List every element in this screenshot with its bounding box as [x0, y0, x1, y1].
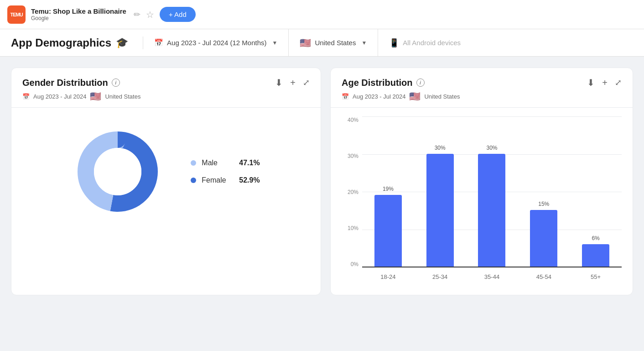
y-label-0: 0% [351, 261, 358, 267]
star-icon[interactable]: ☆ [146, 9, 154, 20]
y-axis: 40% 30% 20% 10% 0% [342, 117, 362, 267]
female-value: 52.9% [239, 176, 260, 184]
bar-group-55plus: 6% [570, 117, 622, 267]
gender-cal-icon: 📅 [22, 93, 30, 100]
age-card-subtitle: 📅 Aug 2023 - Jul 2024 🇺🇸 United States [342, 91, 622, 102]
gender-flag-icon: 🇺🇸 [90, 91, 101, 102]
age-info-icon[interactable]: i [416, 79, 425, 87]
bar-label-top-18-24: 19% [383, 186, 394, 192]
age-cal-icon: 📅 [342, 93, 349, 100]
date-range-label: Aug 2023 - Jul 2024 (12 Months) [167, 39, 266, 47]
gender-chart-area: Male 47.1% Female 52.9% [11, 108, 321, 236]
gender-share-icon[interactable]: ⤢ [303, 78, 310, 88]
x-label-25-34: 25-34 [414, 273, 466, 280]
age-card-actions: ⬇ + ⤢ [587, 77, 622, 88]
gender-card-actions: ⬇ + ⤢ [275, 77, 310, 88]
age-chart-area: 40% 30% 20% 10% 0% 19% 30% [331, 108, 633, 295]
bar-55plus [582, 244, 609, 267]
country-filter[interactable]: 🇺🇸 United States ▼ [289, 29, 378, 56]
y-label-40: 40% [348, 117, 358, 123]
gender-card-header: Gender Distribution i ⬇ + ⤢ 📅 Aug 2023 -… [11, 68, 321, 107]
bar-25-34 [426, 154, 454, 267]
y-label-30: 30% [348, 153, 358, 159]
bar-45-54 [530, 210, 557, 267]
edit-icon[interactable]: ✏ [134, 10, 140, 20]
male-legend-item: Male 47.1% [191, 159, 260, 167]
bar-label-top-25-34: 30% [435, 145, 446, 151]
gender-legend: Male 47.1% Female 52.9% [191, 159, 260, 184]
date-dropdown-arrow: ▼ [272, 40, 278, 46]
age-card-title: Age Distribution i [342, 78, 425, 88]
bar-label-top-35-44: 30% [486, 145, 497, 151]
bar-chart: 40% 30% 20% 10% 0% 19% 30% [342, 117, 622, 286]
bar-35-44 [478, 154, 505, 267]
age-title-row: Age Distribution i ⬇ + ⤢ [342, 77, 622, 88]
bar-18-24 [374, 195, 402, 267]
bar-group-25-34: 30% [414, 117, 466, 267]
gender-info-icon[interactable]: i [112, 79, 120, 87]
sub-header: App Demographics 🎓 📅 Aug 2023 - Jul 2024… [0, 29, 644, 57]
donut-svg [72, 126, 163, 217]
age-add-icon[interactable]: + [602, 78, 608, 88]
age-card: Age Distribution i ⬇ + ⤢ 📅 Aug 2023 - Ju… [330, 68, 633, 295]
age-share-icon[interactable]: ⤢ [615, 78, 622, 88]
bar-group-18-24: 19% [362, 117, 414, 267]
add-button[interactable]: + Add [160, 7, 196, 22]
app-info: Temu: Shop Like a Billionaire Google [31, 7, 126, 21]
gender-card-title: Gender Distribution i [22, 78, 120, 88]
app-source: Google [31, 15, 126, 21]
x-label-45-54: 45-54 [518, 273, 570, 280]
page-title: App Demographics [11, 37, 111, 49]
bar-group-35-44: 30% [466, 117, 518, 267]
x-label-35-44: 35-44 [466, 273, 518, 280]
us-flag-icon: 🇺🇸 [300, 37, 311, 48]
male-value: 47.1% [239, 159, 260, 167]
app-name: Temu: Shop Like a Billionaire [31, 7, 126, 15]
country-dropdown-arrow: ▼ [361, 40, 367, 46]
bar-group-45-54: 15% [518, 117, 570, 267]
x-label-18-24: 18-24 [362, 273, 414, 280]
page-title-area: App Demographics 🎓 [11, 37, 143, 49]
male-dot [191, 160, 196, 166]
age-card-header: Age Distribution i ⬇ + ⤢ 📅 Aug 2023 - Ju… [331, 68, 633, 107]
bar-label-top-55plus: 6% [592, 235, 599, 241]
female-legend-item: Female 52.9% [191, 176, 260, 184]
donut-chart [72, 126, 163, 217]
main-content: Gender Distribution i ⬇ + ⤢ 📅 Aug 2023 -… [0, 57, 644, 306]
gender-add-icon[interactable]: + [290, 78, 296, 88]
date-filter[interactable]: 📅 Aug 2023 - Jul 2024 (12 Months) ▼ [143, 29, 289, 56]
age-download-icon[interactable]: ⬇ [587, 77, 595, 88]
bar-label-top-45-54: 15% [538, 201, 549, 207]
male-label: Male [202, 159, 234, 167]
donut-hole [94, 148, 141, 195]
x-axis: 18-24 25-34 35-44 45-54 55+ [362, 267, 622, 286]
cap-icon: 🎓 [116, 37, 128, 49]
y-label-20: 20% [348, 189, 358, 195]
device-icon: 📱 [389, 38, 399, 48]
gender-title-row: Gender Distribution i ⬇ + ⤢ [22, 77, 310, 88]
gender-download-icon[interactable]: ⬇ [275, 77, 283, 88]
calendar-icon: 📅 [154, 38, 163, 47]
country-label: United States [315, 39, 356, 47]
x-label-55plus: 55+ [570, 273, 622, 280]
age-flag-icon: 🇺🇸 [409, 91, 421, 102]
female-dot [191, 178, 196, 183]
gender-card-subtitle: 📅 Aug 2023 - Jul 2024 🇺🇸 United States [22, 91, 310, 102]
device-label: All Android devices [403, 39, 461, 47]
gender-card: Gender Distribution i ⬇ + ⤢ 📅 Aug 2023 -… [11, 68, 321, 295]
female-label: Female [202, 176, 234, 184]
chart-bars-area: 19% 30% 30% 15% [362, 117, 622, 267]
y-label-10: 10% [348, 225, 358, 231]
top-bar: TEMU Temu: Shop Like a Billionaire Googl… [0, 0, 644, 29]
device-filter: 📱 All Android devices [378, 29, 472, 56]
app-icon: TEMU [7, 5, 26, 24]
